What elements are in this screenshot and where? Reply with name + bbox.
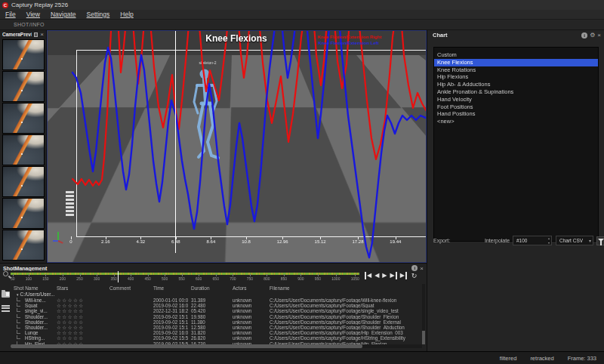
menu-item[interactable]: Help (115, 11, 138, 18)
chevron-down-icon: ▾ (589, 236, 591, 245)
info-icon[interactable] (411, 265, 418, 271)
info-icon[interactable] (581, 32, 587, 39)
shot-table-column-header[interactable]: Stars (54, 285, 106, 291)
table-row[interactable]: single_vi... ☆☆☆☆☆ 2022-12-31 18:22... 0… (11, 308, 422, 313)
shot-tree-root[interactable]: ▾C:/Users/User... (11, 292, 422, 298)
interpolate-label: Interpolate (485, 238, 510, 243)
stars-cell[interactable]: ☆☆☆☆☆ (54, 308, 106, 313)
table-row[interactable]: Shoulder... ☆☆☆☆☆ 2019-09-02 15:10... 11… (11, 319, 422, 325)
shot-table-column-header[interactable]: Shot Name (11, 285, 54, 291)
stars-cell[interactable]: ☆☆☆☆☆ (54, 314, 106, 319)
shot-name-cell: Lunge (11, 330, 54, 335)
interpolate-spinbox[interactable]: #100 ▴▾ (513, 236, 552, 245)
timeline-tick: 450 (144, 276, 150, 281)
viewport-3d[interactable]: skeleton-2 Knee Flexions Knee Flexion/Ex… (47, 30, 427, 263)
chart-type-item[interactable]: Foot Positions (434, 103, 598, 111)
comment-cell (106, 319, 150, 325)
gear-icon[interactable]: ⚙ (590, 32, 595, 39)
export-button[interactable] (596, 236, 604, 245)
menu-item[interactable]: Navigate (45, 11, 82, 18)
shot-table-column-header[interactable]: Duration (188, 285, 230, 291)
chart-type-item[interactable]: Hand Positions (434, 110, 598, 118)
close-icon[interactable]: × (420, 265, 424, 272)
camera-thumbnail[interactable] (2, 134, 45, 165)
actors-cell: unknown (230, 303, 267, 308)
camera-thumbnail[interactable] (2, 166, 45, 197)
table-row[interactable]: Will-kne... ☆☆☆☆☆ 2000-01-01 00:00... 31… (11, 298, 422, 303)
table-row[interactable]: Shoulder... ☆☆☆☆☆ 2019-09-02 15:11... 19… (11, 314, 422, 319)
pin-icon[interactable] (34, 32, 38, 37)
table-row[interactable]: Shoulder... ☆☆☆☆☆ 2019-09-02 15:12... 12… (11, 325, 422, 330)
vertical-scrollbar[interactable] (422, 284, 425, 344)
camera-thumbnail[interactable] (2, 71, 45, 102)
menu-item[interactable]: File (0, 11, 21, 18)
play-button[interactable]: ▶ (382, 272, 387, 279)
chart-type-item[interactable]: Hip Ab- & Adductions (434, 81, 598, 88)
skip-to-start-button[interactable]: ◀ (365, 272, 371, 279)
timeline-playhead[interactable] (118, 271, 119, 282)
funnel-icon (598, 239, 604, 242)
horizontal-scrollbar-thumb[interactable] (11, 344, 362, 348)
chart-x-tick: 12.96 (277, 239, 288, 244)
menu-item[interactable]: View (21, 11, 45, 18)
chart-x-tick: 8.64 (207, 239, 216, 244)
list-menu-icon[interactable] (2, 304, 10, 313)
chart-type-item[interactable]: Knee Flexions (434, 59, 598, 66)
timeline-ruler[interactable]: 5010015020025030035040045050055060065070… (11, 276, 359, 281)
chart-type-item[interactable]: Hip Flexions (434, 73, 598, 81)
chart-type-list: CustomKnee FlexionsKnee RotationsHip Fle… (433, 47, 599, 242)
tree-connector (17, 308, 20, 312)
shot-table-column-header[interactable]: Time (150, 285, 188, 291)
duration-cell: 22.480 (188, 303, 230, 308)
camera-thumbnail[interactable] (2, 198, 45, 229)
duration-cell: 05.420 (188, 308, 230, 313)
table-row[interactable]: Squat ☆☆☆☆☆ 2019-09-02 16:00... 22.480 u… (11, 303, 422, 308)
filename-cell: C:/Users/User/Documents/captury/Footage/… (267, 314, 422, 319)
retracked-toggle[interactable]: retracked (530, 355, 553, 362)
export-row: Export: Interpolate #100 ▴▾ Chart CSV ▾ (427, 234, 604, 248)
chart-type-item[interactable]: Knee Rotations (434, 66, 598, 74)
camera-thumbnail[interactable] (2, 230, 45, 261)
expand-arrow-icon[interactable]: ▾ (17, 292, 19, 298)
stars-cell[interactable]: ☆☆☆☆☆ (54, 335, 106, 341)
folder-icon[interactable] (2, 292, 10, 298)
spinner-arrows-icon[interactable]: ▴▾ (548, 236, 550, 245)
shot-table-column-header[interactable]: Actors (230, 285, 267, 291)
shot-table-column-header[interactable]: Filename (267, 285, 422, 291)
stars-cell[interactable]: ☆☆☆☆☆ (54, 298, 106, 303)
viewport-playhead[interactable] (175, 31, 176, 253)
stars-cell[interactable]: ☆☆☆☆☆ (54, 319, 106, 325)
search-icon[interactable] (3, 271, 8, 276)
loop-icon[interactable]: ↻ (411, 272, 418, 279)
chart-title: Knee Flexions (138, 33, 334, 44)
chart-type-item[interactable]: Hand Velocity (434, 96, 598, 103)
close-icon[interactable]: × (597, 32, 601, 39)
step-forward-button[interactable]: ▶ (390, 272, 396, 279)
camera-thumbnail[interactable] (2, 39, 45, 70)
stars-cell[interactable]: ☆☆☆☆☆ (54, 303, 106, 308)
chart-legend: Knee Flexion/Extension RightKnee Flexion… (318, 35, 424, 46)
chart-type-item[interactable]: <new> (434, 118, 598, 125)
shot-info-button[interactable]: SHOT/INFO (14, 22, 45, 27)
table-row[interactable]: Lunge ☆☆☆☆☆ 2019-09-02 16:01... 31.820 u… (11, 330, 422, 335)
chart-x-tick: 6.48 (171, 239, 180, 244)
chart-type-item[interactable]: Custom (434, 51, 598, 59)
menu-item[interactable]: Settings (82, 11, 116, 18)
vertical-scrollbar-thumb[interactable] (422, 331, 425, 344)
table-row[interactable]: HString... ☆☆☆☆☆ 2019-09-02 15:59... 26.… (11, 335, 422, 341)
timeline-tick: 300 (94, 276, 100, 281)
skip-to-end-button[interactable]: ▶ (400, 272, 407, 279)
stars-cell[interactable]: ☆☆☆☆☆ (54, 330, 106, 335)
shot-table-column-header[interactable]: Comment (106, 285, 150, 291)
camera-thumbnail[interactable] (2, 103, 45, 134)
filtered-toggle[interactable]: filtered (500, 355, 517, 362)
camera-preview-title: CameraPreview (2, 32, 32, 37)
stars-cell[interactable]: ☆☆☆☆☆ (54, 325, 106, 330)
chart-type-item[interactable]: Ankle Pronation & Supinations (434, 88, 598, 96)
play-reverse-button[interactable]: ◀ (374, 272, 379, 279)
close-icon[interactable]: × (40, 31, 44, 38)
export-format-dropdown[interactable]: Chart CSV ▾ (556, 236, 593, 245)
shot-name-cell: HString... (11, 335, 54, 341)
duration-cell: 11.380 (188, 319, 230, 325)
horizontal-scrollbar[interactable] (11, 344, 422, 348)
